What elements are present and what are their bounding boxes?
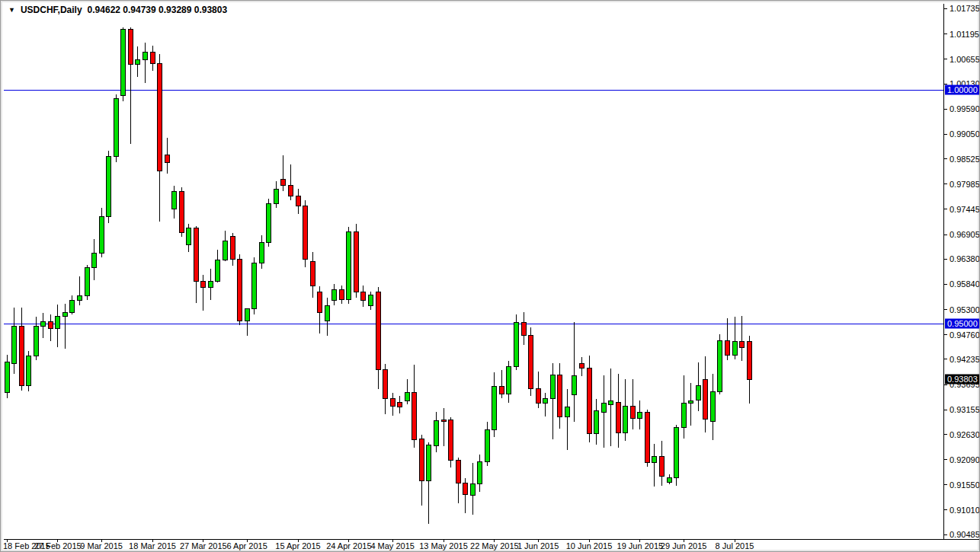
time-tick-label: 6 Apr 2015 (227, 541, 267, 550)
bear-candle-body (521, 323, 526, 336)
price-tick-label: 0.97985 (950, 180, 980, 189)
bull-candle-body (172, 191, 177, 209)
bull-candle-body (216, 260, 220, 281)
bear-candle-body (412, 393, 417, 440)
chart-menu-triangle-icon[interactable]: ▼ (8, 6, 15, 14)
bear-candle-body (616, 403, 620, 432)
bull-candle-body (478, 461, 482, 483)
time-tick-label: 8 Jul 2015 (716, 541, 754, 550)
time-tick-label: 13 May 2015 (419, 541, 468, 550)
bull-candle-body (652, 456, 657, 463)
bear-candle-body (383, 370, 388, 399)
bull-candle-body (427, 445, 431, 480)
bull-candle-body (507, 366, 511, 394)
bull-candle-body (609, 401, 613, 404)
bear-candle-body (529, 335, 533, 389)
bull-candle-body (325, 305, 329, 321)
bull-candle-body (121, 30, 126, 96)
bear-candle-body (536, 389, 540, 403)
bull-candle-body (565, 407, 569, 417)
bear-candle-body (645, 412, 649, 463)
bear-candle-body (48, 322, 53, 329)
bull-candle-body (514, 323, 519, 367)
bull-candle-body (550, 375, 555, 399)
time-tick-label: 4 May 2015 (370, 541, 414, 550)
bull-candle-body (732, 341, 737, 355)
bull-candle-body (274, 189, 278, 204)
bull-candle-body (34, 326, 38, 356)
price-tick-label: 1.01735 (950, 4, 980, 13)
bull-candle-body (369, 295, 373, 306)
bull-candle-body (208, 282, 213, 288)
price-tick-label: 0.99050 (950, 129, 980, 139)
price-tick-label: 0.91550 (950, 480, 980, 490)
bull-candle-body (347, 231, 351, 299)
bull-candle-body (674, 427, 679, 477)
price-tick-label: 0.99590 (950, 104, 980, 113)
price-tick-label: 0.90485 (950, 530, 980, 539)
bear-candle-body (747, 341, 751, 379)
time-tick-label: 18 Mar 2015 (129, 541, 176, 550)
bear-candle-body (288, 185, 293, 196)
candlestick-chart-area[interactable] (1, 1, 980, 552)
bull-candle-body (681, 403, 686, 427)
bear-candle-body (318, 292, 322, 313)
bear-candle-body (310, 262, 315, 286)
time-tick-label: 15 Apr 2015 (275, 541, 320, 550)
bear-candle-body (296, 196, 300, 206)
bear-candle-body (463, 483, 468, 494)
bull-candle-body (99, 216, 104, 254)
price-tick-label: 0.94760 (950, 330, 980, 340)
bull-candle-body (5, 362, 9, 393)
price-tick-label: 0.95300 (950, 305, 980, 314)
bull-candle-body (27, 356, 31, 385)
bear-candle-body (725, 341, 729, 356)
bull-candle-body (56, 317, 60, 329)
price-tick-label: 0.95840 (950, 279, 980, 289)
time-tick-label: 24 Apr 2015 (326, 541, 371, 550)
time-tick-label: 1 Jun 2015 (517, 541, 559, 550)
bull-candle-body (689, 401, 693, 403)
time-tick-label: 9 Mar 2015 (80, 541, 123, 550)
ohlc-values-label: 0.94622 0.94739 0.93289 0.93803 (88, 5, 228, 15)
price-tick-label: 0.96905 (950, 230, 980, 239)
price-tick-label: 0.93155 (950, 405, 980, 414)
bull-candle-body (41, 322, 46, 327)
bull-candle-body (223, 241, 228, 260)
bear-candle-body (179, 191, 184, 233)
bear-candle-body (201, 281, 206, 288)
bear-candle-body (281, 180, 286, 186)
bull-candle-body (70, 301, 75, 313)
bull-candle-body (492, 387, 497, 430)
chart-window: ▼ USDCHF,Daily 0.94622 0.94739 0.93289 0… (0, 0, 980, 552)
bull-candle-body (434, 421, 438, 446)
bear-candle-body (150, 52, 155, 63)
bear-candle-body (703, 380, 708, 420)
bull-candle-body (187, 228, 191, 245)
bull-candle-body (12, 327, 17, 364)
bear-candle-body (587, 368, 591, 433)
price-tick-label: 0.92090 (950, 455, 980, 464)
bear-candle-body (558, 375, 562, 417)
price-tick-label: 0.92630 (950, 430, 980, 439)
bear-candle-body (398, 403, 402, 407)
bull-candle-body (114, 98, 118, 157)
bear-candle-body (165, 155, 169, 162)
price-tick-label: 0.94235 (950, 355, 980, 364)
bear-candle-body (19, 327, 24, 385)
bear-candle-body (303, 206, 308, 260)
bull-candle-body (252, 263, 257, 309)
bull-candle-body (696, 386, 700, 400)
bear-candle-body (441, 420, 446, 421)
bear-candle-body (630, 407, 635, 418)
time-tick-label: 22 May 2015 (470, 541, 519, 550)
bull-candle-body (601, 403, 606, 412)
bear-candle-body (419, 439, 424, 480)
price-tick-label: 1.01195 (950, 30, 979, 39)
bear-candle-body (158, 63, 162, 171)
bull-candle-body (78, 295, 82, 301)
bull-candle-body (572, 375, 577, 395)
current-price-badge: 0.93803 (945, 375, 980, 384)
bear-candle-body (230, 237, 235, 260)
bull-candle-body (85, 267, 89, 295)
